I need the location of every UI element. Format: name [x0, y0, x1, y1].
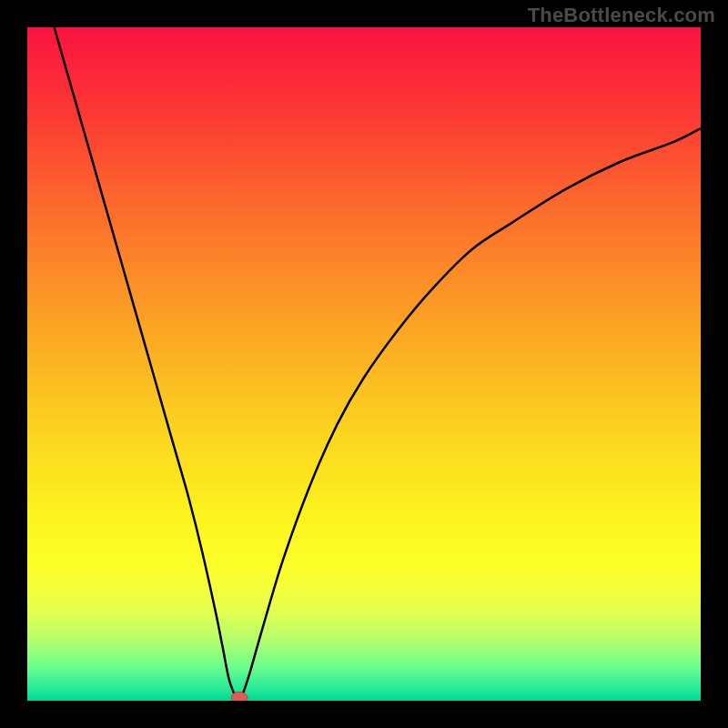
plot-area	[27, 27, 701, 701]
watermark-text: TheBottleneck.com	[528, 4, 715, 27]
chart-svg	[27, 27, 701, 701]
minimum-marker	[231, 692, 248, 701]
gradient-rect	[27, 27, 701, 701]
chart-frame: TheBottleneck.com	[0, 0, 728, 728]
